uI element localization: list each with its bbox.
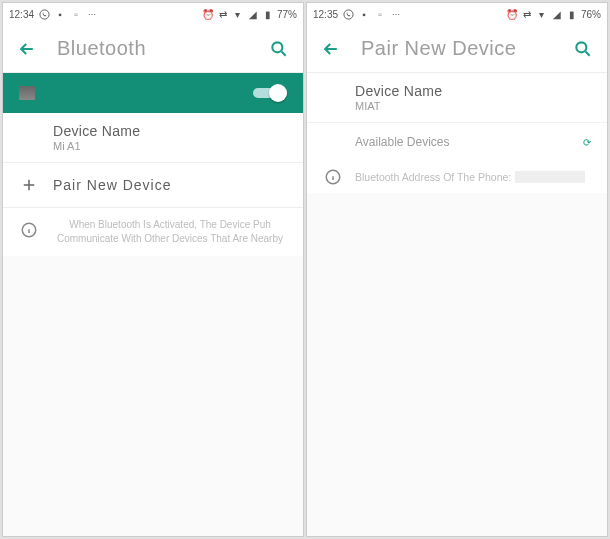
empty-area bbox=[307, 193, 607, 536]
status-time: 12:35 bbox=[313, 9, 338, 20]
battery-icon: ▮ bbox=[262, 8, 274, 20]
battery-text: 76% bbox=[581, 9, 601, 20]
pair-device-screen: 12:35 ▪ ▫ ⋯ ⏰ ⇄ ▾ ◢ ▮ 76% Pair New Devic… bbox=[306, 2, 608, 537]
signal-icon: ◢ bbox=[551, 8, 563, 20]
notif-icon-2: ▫ bbox=[70, 8, 82, 20]
device-name-row[interactable]: Device Name Mi A1 bbox=[3, 113, 303, 163]
page-title: Bluetooth bbox=[57, 37, 267, 60]
whatsapp-icon bbox=[342, 8, 354, 20]
bluetooth-switch[interactable] bbox=[253, 84, 287, 102]
notif-icon-1: ▪ bbox=[358, 8, 370, 20]
available-devices-row: Available Devices ⟳ bbox=[307, 123, 607, 161]
device-name-label: Device Name bbox=[53, 123, 287, 139]
info-text: When Bluetooth Is Activated, The Device … bbox=[57, 219, 283, 244]
back-button[interactable] bbox=[15, 37, 39, 61]
device-name-value: MIAT bbox=[355, 100, 591, 112]
search-button[interactable] bbox=[267, 37, 291, 61]
wifi-icon: ▾ bbox=[536, 8, 548, 20]
svg-point-4 bbox=[576, 42, 586, 52]
back-button[interactable] bbox=[319, 37, 343, 61]
device-name-label: Device Name bbox=[355, 83, 591, 99]
battery-text: 77% bbox=[277, 9, 297, 20]
notif-icon-3: ⋯ bbox=[86, 8, 98, 20]
notif-icon-3: ⋯ bbox=[390, 8, 402, 20]
app-header: Bluetooth bbox=[3, 25, 303, 73]
sync-icon: ⇄ bbox=[521, 8, 533, 20]
bluetooth-info-row: When Bluetooth Is Activated, The Device … bbox=[3, 208, 303, 256]
signal-icon: ◢ bbox=[247, 8, 259, 20]
plus-icon bbox=[19, 175, 39, 195]
info-icon bbox=[19, 220, 39, 240]
bluetooth-device-icon bbox=[19, 86, 35, 100]
pair-new-device-row[interactable]: Pair New Device bbox=[3, 163, 303, 208]
status-bar: 12:35 ▪ ▫ ⋯ ⏰ ⇄ ▾ ◢ ▮ 76% bbox=[307, 3, 607, 25]
alarm-icon: ⏰ bbox=[202, 8, 214, 20]
notif-icon-2: ▫ bbox=[374, 8, 386, 20]
alarm-icon: ⏰ bbox=[506, 8, 518, 20]
device-name-value: Mi A1 bbox=[53, 140, 287, 152]
svg-point-1 bbox=[272, 42, 282, 52]
whatsapp-icon bbox=[38, 8, 50, 20]
page-title: Pair New Device bbox=[361, 37, 571, 60]
wifi-icon: ▾ bbox=[232, 8, 244, 20]
bluetooth-screen: 12:34 ▪ ▫ ⋯ ⏰ ⇄ ▾ ◢ ▮ 77% Bluetooth bbox=[2, 2, 304, 537]
bluetooth-address-row: Bluetooth Address Of The Phone: bbox=[307, 161, 607, 193]
address-label: Bluetooth Address Of The Phone: bbox=[355, 171, 511, 183]
svg-point-0 bbox=[39, 9, 48, 18]
app-header: Pair New Device bbox=[307, 25, 607, 73]
empty-area bbox=[3, 256, 303, 536]
notif-icon-1: ▪ bbox=[54, 8, 66, 20]
address-value-redacted bbox=[515, 171, 585, 183]
scanning-spinner-icon: ⟳ bbox=[583, 137, 591, 148]
search-button[interactable] bbox=[571, 37, 595, 61]
bluetooth-toggle-bar[interactable] bbox=[3, 73, 303, 113]
status-bar: 12:34 ▪ ▫ ⋯ ⏰ ⇄ ▾ ◢ ▮ 77% bbox=[3, 3, 303, 25]
status-time: 12:34 bbox=[9, 9, 34, 20]
svg-point-3 bbox=[343, 9, 352, 18]
available-devices-label: Available Devices bbox=[355, 135, 450, 149]
device-name-row[interactable]: Device Name MIAT bbox=[307, 73, 607, 123]
info-icon bbox=[323, 167, 343, 187]
sync-icon: ⇄ bbox=[217, 8, 229, 20]
battery-icon: ▮ bbox=[566, 8, 578, 20]
pair-label: Pair New Device bbox=[53, 177, 287, 193]
